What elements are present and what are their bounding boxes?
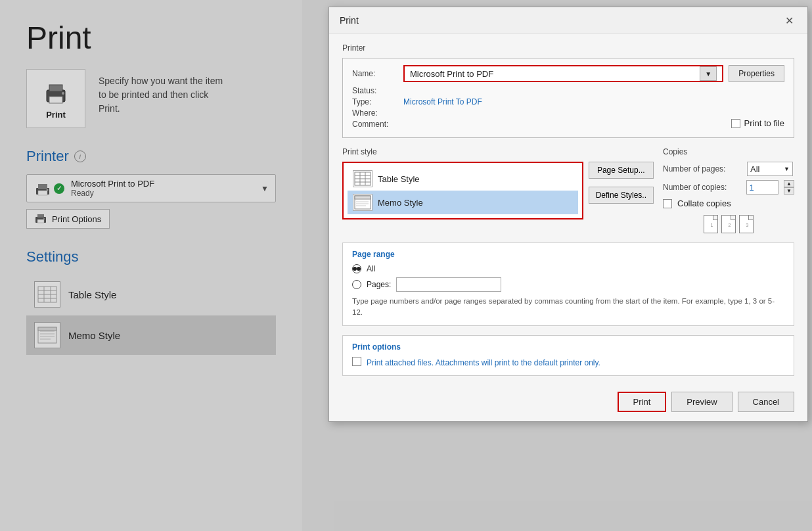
dialog-titlebar: Print ✕	[329, 7, 807, 34]
dialog-memo-style-thumb	[353, 194, 372, 211]
copies-spinner: ▲ ▼	[784, 180, 794, 195]
page-range-section: Page range All Pages: Type page numbers …	[342, 242, 794, 326]
properties-button[interactable]: Properties	[729, 65, 784, 82]
num-pages-row: Number of pages: All ▼	[663, 162, 794, 176]
num-pages-value: All	[750, 164, 759, 174]
dialog-body: Printer Name: Microsoft Print to PDF ▼ P…	[329, 34, 807, 385]
print-button[interactable]: Print	[618, 392, 667, 412]
dialog-printer-section: Name: Microsoft Print to PDF ▼ Propertie…	[342, 58, 794, 138]
comment-row: Comment:	[352, 120, 705, 129]
pages-radio[interactable]	[352, 280, 361, 289]
printer-name-dropdown[interactable]: Microsoft Print to PDF ▼	[403, 65, 723, 82]
type-label: Type:	[352, 97, 398, 106]
pages-radio-row: Pages:	[352, 277, 784, 292]
print-dialog: Print ✕ Printer Name: Microsoft Print to…	[328, 7, 808, 422]
comment-label: Comment:	[352, 120, 398, 129]
preview-button[interactable]: Preview	[671, 392, 732, 412]
dialog-title: Print	[340, 15, 359, 26]
print-style-list: Table Style	[342, 162, 583, 219]
num-copies-input[interactable]: 1	[746, 180, 779, 195]
copies-decrement-button[interactable]: ▼	[784, 187, 794, 195]
dialog-table-style-label: Table Style	[378, 174, 420, 184]
cancel-button[interactable]: Cancel	[738, 392, 794, 412]
collate-icon-area: 1 2 3	[663, 215, 794, 233]
num-copies-row: Number of copies: 1 ▲ ▼	[663, 180, 794, 195]
dialog-footer: Print Preview Cancel	[329, 385, 807, 421]
printer-name-row: Name: Microsoft Print to PDF ▼ Propertie…	[352, 65, 784, 82]
where-row: Where:	[352, 108, 705, 118]
printer-dropdown-btn[interactable]: ▼	[700, 66, 717, 81]
page-range-label: Page range	[352, 250, 784, 259]
dialog-memo-style-label: Memo Style	[378, 198, 423, 208]
all-label: All	[367, 264, 375, 273]
num-copies-label: Number of copies:	[663, 183, 741, 192]
all-radio-row: All	[352, 264, 784, 273]
pages-input[interactable]	[396, 277, 501, 292]
where-label: Where:	[352, 108, 398, 118]
dialog-table-style-thumb	[353, 170, 372, 187]
type-row: Type: Microsoft Print To PDF	[352, 97, 705, 106]
dialog-table-style-item[interactable]: Table Style	[348, 167, 578, 191]
print-attached-checkbox[interactable]	[352, 357, 361, 366]
dialog-close-button[interactable]: ✕	[781, 12, 797, 28]
copies-increment-button[interactable]: ▲	[784, 180, 794, 187]
status-row: Status:	[352, 86, 705, 95]
mini-page-2: 2	[721, 215, 736, 233]
all-radio[interactable]	[352, 264, 361, 273]
copies-col: Copies Number of pages: All ▼ Number of …	[663, 147, 794, 233]
dialog-memo-style-item[interactable]: Memo Style	[348, 191, 578, 214]
status-label: Status:	[352, 86, 398, 95]
print-options-section: Print options Print attached files. Atta…	[342, 335, 794, 376]
print-to-file-checkbox[interactable]	[731, 119, 740, 128]
num-copies-value: 1	[750, 183, 754, 193]
name-label: Name:	[352, 69, 398, 78]
printer-type-value: Microsoft Print To PDF	[403, 97, 482, 106]
print-style-col: Print style	[342, 147, 654, 233]
collate-checkbox[interactable]	[663, 199, 672, 208]
collate-label: Collate copies	[677, 198, 731, 208]
printer-section-label: Printer	[342, 43, 794, 53]
copies-section-label: Copies	[663, 147, 794, 156]
print-to-file-label: Print to file	[744, 118, 784, 128]
print-to-file-row: Print to file	[731, 118, 784, 131]
print-style-label: Print style	[342, 147, 654, 156]
print-attached-row: Print attached files. Attachments will p…	[352, 357, 784, 369]
num-pages-label: Number of pages:	[663, 164, 742, 173]
print-attached-label: Print attached files. Attachments will p…	[367, 357, 600, 369]
mini-page-1: 1	[704, 215, 718, 233]
range-hint: Type page numbers and/or page ranges sep…	[352, 296, 784, 319]
style-copies-row: Print style	[342, 147, 794, 233]
svg-rect-31	[355, 196, 371, 199]
num-pages-arrow-icon: ▼	[784, 166, 790, 172]
collate-row: Collate copies	[663, 198, 794, 208]
pages-label: Pages:	[367, 280, 391, 289]
define-styles-button[interactable]: Define Styles..	[589, 187, 654, 204]
mini-page-3: 3	[739, 215, 754, 233]
page-setup-button[interactable]: Page Setup...	[589, 162, 654, 179]
num-pages-dropdown[interactable]: All ▼	[747, 162, 793, 176]
dialog-printer-name: Microsoft Print to PDF	[410, 69, 493, 79]
print-options-section-label: Print options	[352, 342, 784, 352]
